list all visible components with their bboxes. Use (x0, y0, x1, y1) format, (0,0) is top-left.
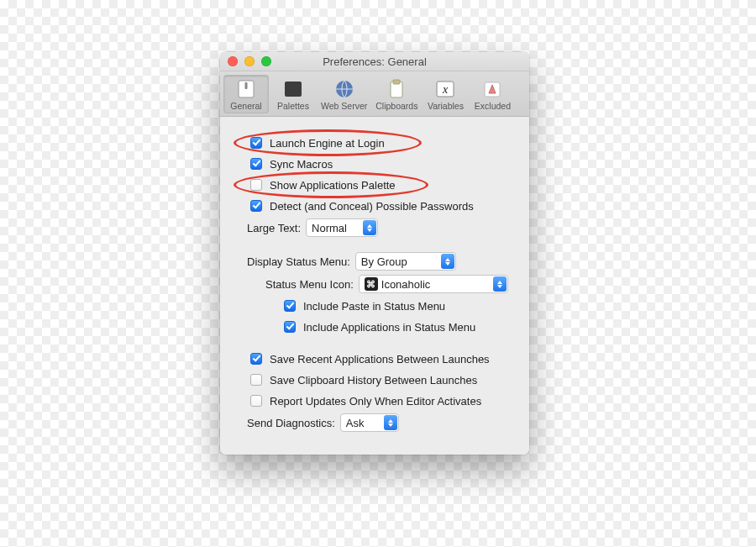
switch-icon (234, 77, 259, 101)
excluded-icon (480, 77, 505, 101)
tab-palettes[interactable]: Palettes (270, 75, 316, 113)
include-apps-row: Include Applications in Status Menu (281, 318, 517, 335)
detect-passwords-checkbox[interactable] (250, 200, 262, 212)
variables-icon: x (433, 77, 458, 101)
traffic-lights (228, 56, 271, 66)
send-diagnostics-row: Send Diagnostics: Ask (247, 413, 517, 432)
tab-excluded[interactable]: Excluded (470, 75, 515, 113)
large-text-value: Normal (312, 222, 347, 234)
save-recent-apps-row: Save Recent Applications Between Launche… (247, 350, 517, 367)
detect-passwords-label: Detect (and Conceal) Possible Passwords (270, 200, 474, 213)
save-clipboard-checkbox[interactable] (250, 374, 262, 386)
tab-label: Clipboards (375, 101, 417, 111)
report-updates-row: Report Updates Only When Editor Activate… (247, 392, 517, 409)
chevron-updown-icon (363, 220, 376, 235)
chevron-updown-icon (441, 254, 454, 269)
svg-text:x: x (442, 83, 449, 96)
status-menu-icon-select[interactable]: ⌘ Iconaholic (359, 275, 508, 293)
status-menu-icon-row: Status Menu Icon: ⌘ Iconaholic (265, 275, 517, 293)
include-apps-checkbox[interactable] (284, 321, 296, 333)
show-apps-palette-row: Show Applications Palette (247, 176, 517, 193)
svg-rect-5 (393, 80, 400, 84)
preferences-toolbar: General Palettes Web Server Clipboards x… (220, 71, 529, 117)
large-text-row: Large Text: Normal (247, 218, 517, 237)
svg-rect-1 (245, 82, 248, 89)
include-paste-label: Include Paste in Status Menu (303, 300, 445, 313)
sync-macros-checkbox[interactable] (250, 158, 262, 170)
large-text-select[interactable]: Normal (306, 218, 378, 237)
launch-engine-label: Launch Engine at Login (270, 137, 385, 150)
sync-macros-row: Sync Macros (247, 155, 517, 172)
save-clipboard-label: Save Clipboard History Between Launches (270, 374, 477, 387)
tab-variables[interactable]: x Variables (423, 75, 468, 113)
tab-general[interactable]: General (223, 75, 269, 113)
send-diagnostics-value: Ask (346, 417, 365, 429)
sync-macros-label: Sync Macros (270, 158, 333, 171)
tab-clipboards[interactable]: Clipboards (372, 75, 421, 113)
show-apps-palette-checkbox[interactable] (250, 179, 262, 191)
status-menu-icon-value: Iconaholic (381, 278, 431, 291)
tab-web-server[interactable]: Web Server (318, 75, 370, 113)
palettes-icon (281, 77, 306, 101)
large-text-label: Large Text: (247, 222, 301, 234)
save-recent-apps-checkbox[interactable] (250, 353, 262, 365)
send-diagnostics-select[interactable]: Ask (340, 413, 399, 432)
chevron-updown-icon (384, 415, 397, 430)
launch-engine-row: Launch Engine at Login (247, 134, 517, 151)
tab-label: Web Server (321, 101, 367, 111)
report-updates-label: Report Updates Only When Editor Activate… (270, 395, 481, 408)
chevron-updown-icon (493, 276, 507, 292)
tab-label: General (230, 101, 261, 111)
detect-passwords-row: Detect (and Conceal) Possible Passwords (247, 197, 517, 214)
status-menu-icon-label: Status Menu Icon: (265, 278, 354, 291)
tab-label: Variables (428, 101, 464, 111)
tab-label: Palettes (277, 101, 309, 111)
clipboard-icon (384, 77, 409, 101)
minimize-icon[interactable] (244, 56, 255, 66)
display-status-menu-select[interactable]: By Group (355, 252, 456, 271)
launch-engine-checkbox[interactable] (250, 137, 262, 149)
close-icon[interactable] (228, 56, 238, 66)
include-paste-row: Include Paste in Status Menu (281, 297, 517, 314)
globe-icon (332, 77, 357, 101)
display-status-menu-value: By Group (361, 255, 407, 268)
display-status-menu-label: Display Status Menu: (247, 255, 350, 268)
send-diagnostics-label: Send Diagnostics: (247, 417, 335, 429)
svg-rect-2 (285, 82, 302, 97)
tab-label: Excluded (475, 101, 511, 111)
titlebar[interactable]: Preferences: General (220, 52, 529, 71)
save-clipboard-row: Save Clipboard History Between Launches (247, 371, 517, 388)
command-icon: ⌘ (365, 277, 378, 291)
include-apps-label: Include Applications in Status Menu (303, 321, 475, 334)
general-pane: Launch Engine at Login Sync Macros Show … (220, 117, 529, 455)
preferences-window: Preferences: General General Palettes We… (220, 52, 529, 455)
show-apps-palette-label: Show Applications Palette (270, 179, 396, 192)
zoom-icon[interactable] (261, 56, 271, 66)
display-status-menu-row: Display Status Menu: By Group (247, 252, 517, 271)
save-recent-apps-label: Save Recent Applications Between Launche… (270, 353, 490, 366)
window-title: Preferences: General (323, 55, 427, 68)
report-updates-checkbox[interactable] (250, 395, 262, 407)
include-paste-checkbox[interactable] (284, 300, 296, 312)
